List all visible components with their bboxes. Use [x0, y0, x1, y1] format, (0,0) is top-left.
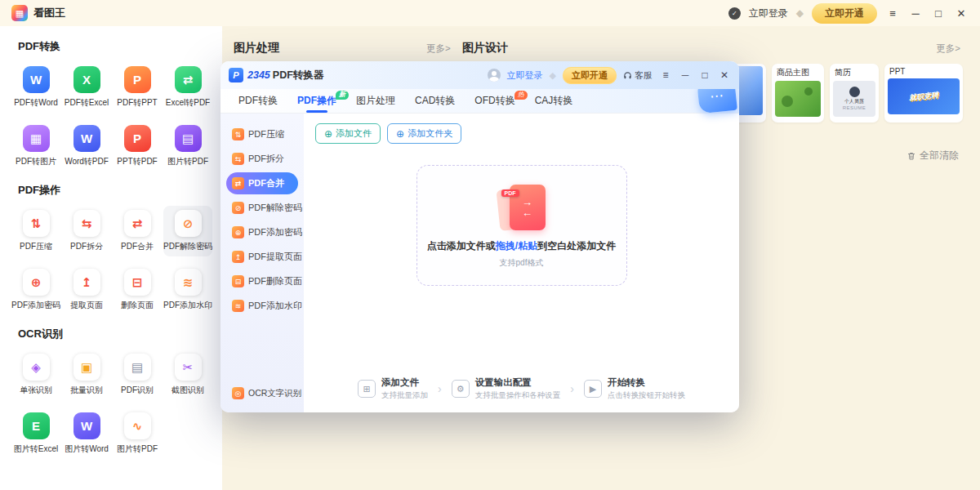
tool-pdf-watermark[interactable]: ≋PDF添加水印: [163, 265, 212, 315]
dropzone-hint: 支持pdf格式: [500, 257, 544, 269]
login-link[interactable]: 立即登录: [749, 7, 788, 20]
tool-label: PDF转PPT: [117, 97, 157, 109]
tool-pdf-add-password[interactable]: ⊕PDF添加密码: [11, 265, 60, 315]
tool-extract-pages[interactable]: ↥提取页面: [62, 265, 111, 315]
minimize-button[interactable]: ─: [908, 7, 923, 20]
nav-ocr-text-recognition[interactable]: ◎OCR文字识别: [226, 382, 298, 404]
tool-pdf-merge[interactable]: ⇄PDF合并: [113, 206, 162, 256]
brand-name: PDF转换器: [273, 69, 324, 82]
support-button[interactable]: 客服: [623, 69, 653, 82]
tool-ppt-to-pdf[interactable]: PPPT转PDF: [113, 121, 162, 172]
titlebar: ▦ 看图王 ✓ 立即登录 ◆ 立即开通 ≡ ─ □ ✕: [0, 0, 980, 26]
vip-gem-icon[interactable]: ◆: [796, 7, 804, 19]
tool-pdf-to-word[interactable]: WPDF转Word: [11, 62, 60, 113]
merge-arrow-right: →: [522, 197, 532, 207]
lock-icon: ⊕: [232, 226, 244, 238]
tool-pdf-to-image[interactable]: ▦PDF转图片: [11, 121, 60, 172]
close-button[interactable]: ✕: [954, 7, 969, 20]
file-dropzone[interactable]: PDF →← 点击添加文件或拖拽/粘贴到空白处添加文件 支持pdf格式: [416, 165, 627, 286]
dialog-minimize-button[interactable]: ─: [679, 69, 692, 81]
dialog-body: ⇅PDF压缩 ⇆PDF拆分 ⇄PDF合并 ⊘PDF解除密码 ⊕PDF添加密码 ↥…: [220, 114, 739, 412]
add-file-button[interactable]: ⊕添加文件: [315, 123, 381, 144]
thumb-text: RESUME: [843, 105, 866, 111]
nav-pdf-extract-pages[interactable]: ↥PDF提取页面: [226, 246, 298, 268]
maximize-button[interactable]: □: [931, 7, 946, 20]
dropzone-text-part: 到空白处添加文件: [537, 240, 616, 252]
tab-pdf-operations[interactable]: PDF操作新: [297, 89, 336, 113]
tool-image-to-pdf[interactable]: ▤图片转PDF: [163, 121, 212, 172]
batch-icon: ▣: [74, 354, 100, 381]
nav-pdf-remove-password[interactable]: ⊘PDF解除密码: [226, 197, 298, 219]
sidebar: PDF转换 WPDF转Word XPDF转Excel PPDF转PPT ⇄Exc…: [0, 26, 222, 490]
tool-label: 提取页面: [70, 300, 103, 311]
chevron-right-icon: ›: [570, 382, 574, 395]
menu-icon[interactable]: ≡: [885, 7, 900, 20]
tab-image-processing[interactable]: 图片处理: [356, 89, 395, 113]
tool-ocr-single[interactable]: ◈单张识别: [11, 350, 60, 400]
images-icon: ▤: [175, 125, 202, 152]
design-card-resume[interactable]: 简历 个人简历 RESUME: [830, 64, 879, 122]
more-link-image-design[interactable]: 更多>: [936, 42, 960, 55]
tab-label: PDF转换: [238, 94, 278, 108]
unlock-icon: ⊘: [232, 202, 244, 214]
tab-caj-convert[interactable]: CAJ转换: [535, 89, 573, 113]
more-link-image-processing[interactable]: 更多>: [426, 42, 451, 55]
design-card-product[interactable]: 商品主图: [772, 64, 824, 122]
word-icon: W: [74, 412, 100, 439]
nav-pdf-add-password[interactable]: ⊕PDF添加密码: [226, 221, 298, 243]
nav-label: PDF删除页面: [248, 275, 302, 287]
pdf-tag: PDF: [501, 189, 519, 197]
clear-all-button[interactable]: 全部清除: [906, 149, 959, 163]
dropzone-text-highlight: 拖拽/粘贴: [496, 240, 537, 252]
dialog-menu-icon[interactable]: ≡: [659, 69, 672, 81]
tab-ofd-convert[interactable]: OFD转换热: [474, 89, 514, 113]
tool-ocr-screenshot[interactable]: ✂截图识别: [163, 350, 212, 400]
nav-pdf-merge[interactable]: ⇄PDF合并: [226, 172, 298, 194]
tab-cad-convert[interactable]: CAD转换: [415, 89, 455, 113]
tool-pdf-compress[interactable]: ⇅PDF压缩: [11, 206, 60, 256]
tool-pdf-remove-password[interactable]: ⊘PDF解除密码: [163, 206, 212, 256]
nav-label: PDF压缩: [248, 128, 284, 140]
settings-step-icon: ⚙: [452, 380, 470, 398]
tab-pdf-convert[interactable]: PDF转换: [238, 89, 278, 113]
dialog-maximize-button[interactable]: □: [698, 69, 711, 81]
tool-ocr-pdf[interactable]: ▤PDF识别: [113, 350, 162, 400]
tool-image-to-word[interactable]: W图片转Word: [62, 408, 111, 459]
tool-delete-pages[interactable]: ⊟删除页面: [113, 265, 162, 315]
tool-pdf-to-excel[interactable]: XPDF转Excel: [62, 62, 111, 113]
tool-pdf-to-ppt[interactable]: PPDF转PPT: [113, 62, 162, 113]
tool-label: PDF合并: [121, 241, 154, 252]
tool-excel-to-pdf[interactable]: ⇄Excel转PDF: [163, 62, 212, 113]
section-title: PDF操作: [18, 183, 214, 198]
document-icon: ▤: [124, 354, 151, 381]
tool-label: PDF转Excel: [65, 97, 109, 109]
tab-label: CAD转换: [415, 94, 455, 108]
unlock-icon: ⊘: [175, 210, 202, 237]
account-icon[interactable]: ✓: [728, 7, 741, 20]
tool-image-to-pdf[interactable]: ∿图片转PDF: [113, 408, 162, 459]
nav-pdf-compress[interactable]: ⇅PDF压缩: [226, 123, 298, 145]
dialog-close-button[interactable]: ✕: [718, 69, 731, 81]
tab-label: CAJ转换: [535, 94, 573, 108]
dialog-upgrade-button[interactable]: 立即开通: [563, 67, 617, 84]
tool-ocr-batch[interactable]: ▣批量识别: [62, 350, 111, 400]
tool-word-to-pdf[interactable]: WWord转PDF: [62, 121, 111, 172]
dialog-titlebar-actions: 立即登录 ◆ 立即开通 客服 ≡ ─ □ ✕: [488, 67, 731, 84]
nav-pdf-watermark[interactable]: ≋PDF添加水印: [226, 295, 298, 317]
tool-image-to-excel[interactable]: E图片转Excel: [11, 408, 60, 459]
vip-gem-icon[interactable]: ◆: [550, 70, 556, 81]
avatar-icon[interactable]: [488, 69, 501, 82]
step-start-convert: ▶ 开始转换点击转换按钮开始转换: [584, 376, 685, 401]
dialog-login-link[interactable]: 立即登录: [507, 69, 543, 82]
merge-arrow-left: ←: [522, 207, 532, 218]
step-title: 设置输出配置: [475, 376, 561, 389]
tool-label: PDF解除密码: [163, 241, 212, 252]
nav-pdf-split[interactable]: ⇆PDF拆分: [226, 148, 298, 170]
app-logo-icon: ▦: [11, 5, 28, 21]
add-folder-button[interactable]: ⊕添加文件夹: [387, 123, 461, 144]
split-icon: ⇆: [74, 210, 100, 237]
nav-pdf-delete-pages[interactable]: ⊟PDF删除页面: [226, 270, 298, 292]
upgrade-button[interactable]: 立即开通: [812, 3, 877, 24]
design-card-ppt[interactable]: PPT 就职竞聘: [884, 64, 963, 122]
tool-pdf-split[interactable]: ⇆PDF拆分: [62, 206, 111, 256]
